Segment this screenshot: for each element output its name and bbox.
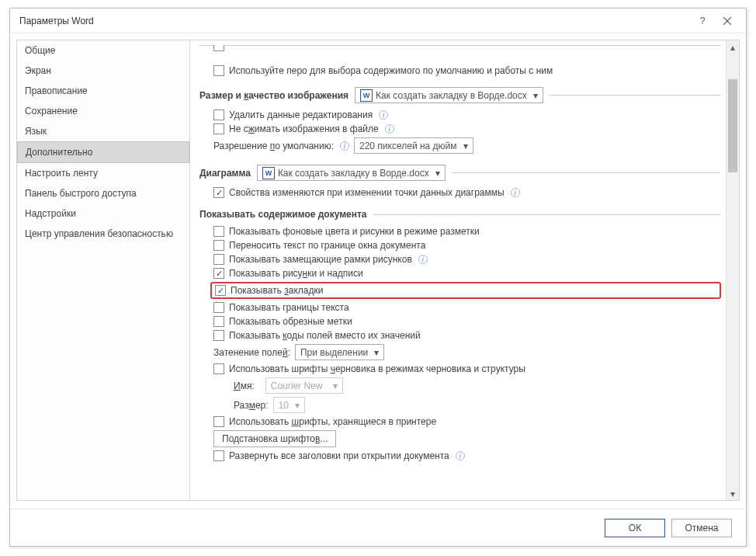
dropdown-image-doc-text: Как создать закладку в Ворде.docx bbox=[376, 90, 527, 101]
dropdown-field-shading[interactable]: При выделении ▾ bbox=[295, 344, 384, 360]
label-field-shading: Затенение полей: bbox=[213, 347, 290, 358]
dropdown-font-name: Courier New ▾ bbox=[265, 377, 343, 394]
dropdown-resolution[interactable]: 220 пикселей на дюйм ▾ bbox=[354, 137, 473, 154]
label-printer-fonts: Использовать шрифты, хранящиеся в принте… bbox=[229, 416, 436, 427]
row-field-shading: Затенение полей: При выделении ▾ bbox=[213, 344, 721, 360]
button-font-substitution[interactable]: Подстановка шрифтов... bbox=[213, 430, 336, 447]
section-title-chart: Диаграмма bbox=[199, 168, 251, 179]
scrollbar-vertical[interactable]: ▴ ▾ bbox=[726, 40, 739, 500]
info-icon[interactable] bbox=[418, 255, 428, 264]
section-doc-content: Показывать содержимое документа bbox=[199, 209, 721, 220]
checkbox-placeholders[interactable] bbox=[213, 254, 224, 265]
chevron-down-icon: ▾ bbox=[373, 347, 380, 358]
dropdown-font-name-text: Courier New bbox=[271, 381, 327, 391]
checkbox-drawings[interactable] bbox=[213, 268, 224, 279]
scroll-up-icon[interactable]: ▴ bbox=[727, 40, 739, 54]
row-crop-marks: Показывать обрезные метки bbox=[213, 316, 721, 327]
dropdown-field-shading-text: При выделении bbox=[300, 347, 368, 358]
dropdown-chart-doc[interactable]: Как создать закладку в Ворде.docx ▾ bbox=[257, 165, 446, 181]
checkbox-draft-font[interactable] bbox=[213, 363, 224, 374]
dropdown-image-doc[interactable]: Как создать закладку в Ворде.docx ▾ bbox=[355, 87, 543, 103]
ok-button[interactable]: ОК bbox=[605, 519, 665, 537]
label-field-codes: Показывать коды полей вместо их значений bbox=[229, 330, 421, 341]
sidebar-item-proofing[interactable]: Правописание bbox=[17, 81, 189, 101]
sidebar-item-display[interactable]: Экран bbox=[17, 61, 189, 81]
checkbox-no-compress[interactable] bbox=[213, 123, 224, 134]
row-font-size: Размер: 10 ▾ bbox=[234, 397, 721, 413]
info-icon[interactable] bbox=[340, 141, 349, 151]
info-icon[interactable] bbox=[379, 110, 388, 120]
checkbox-expand-headers[interactable] bbox=[213, 450, 224, 461]
dialog-footer: ОК Отмена bbox=[10, 509, 746, 546]
label-expand-headers: Развернуть все заголовки при открытии до… bbox=[229, 450, 449, 461]
dropdown-resolution-text: 220 пикселей на дюйм bbox=[359, 141, 457, 151]
word-options-dialog: Параметры Word ? Общие Экран Правописани… bbox=[9, 8, 747, 547]
checkbox-printer-fonts[interactable] bbox=[213, 416, 224, 427]
sidebar-item-customize-ribbon[interactable]: Настроить ленту bbox=[17, 163, 189, 183]
label-wrap-text: Переносить текст по границе окна докумен… bbox=[229, 240, 425, 251]
section-title-doc-content: Показывать содержимое документа bbox=[199, 209, 367, 220]
sidebar: Общие Экран Правописание Сохранение Язык… bbox=[16, 40, 190, 501]
row-wrap-text: Переносить текст по границе окна докумен… bbox=[213, 240, 721, 251]
row-text-borders: Показывать границы текста bbox=[213, 302, 721, 313]
sidebar-item-general[interactable]: Общие bbox=[17, 40, 189, 61]
scroll-thumb[interactable] bbox=[728, 79, 737, 172]
label-bookmarks: Показывать закладки bbox=[231, 285, 323, 296]
checkbox-wrap-text[interactable] bbox=[213, 240, 224, 251]
label-delete-edit-data: Удалить данные редактирования bbox=[229, 109, 373, 120]
checkbox-field-codes[interactable] bbox=[213, 330, 224, 341]
sidebar-item-addins[interactable]: Надстройки bbox=[17, 203, 189, 224]
row-no-compress: Не сжимать изображения в файле bbox=[213, 123, 721, 134]
help-button[interactable]: ? bbox=[690, 12, 715, 30]
label-drawings: Показывать рисунки и надписи bbox=[229, 268, 363, 279]
content-panel: Используйте перо для выбора содержимого … bbox=[190, 40, 726, 500]
row-resolution: Разрешение по умолчанию: 220 пикселей на… bbox=[213, 137, 721, 154]
label-font-name: Имя: bbox=[234, 381, 255, 391]
sidebar-item-language[interactable]: Язык bbox=[17, 121, 189, 141]
section-title-image: Размер и качество изображения bbox=[199, 90, 349, 101]
cancel-button[interactable]: Отмена bbox=[671, 519, 732, 537]
chevron-down-icon: ▾ bbox=[434, 168, 442, 179]
dropdown-font-size: 10 ▾ bbox=[273, 397, 305, 413]
label-crop-marks: Показывать обрезные метки bbox=[229, 316, 352, 327]
checkbox-bookmarks[interactable] bbox=[215, 285, 226, 296]
sidebar-item-advanced[interactable]: Дополнительно bbox=[17, 141, 189, 163]
chevron-down-icon: ▾ bbox=[293, 400, 301, 411]
section-chart: Диаграмма Как создать закладку в Ворде.d… bbox=[199, 165, 721, 181]
row-printer-fonts: Использовать шрифты, хранящиеся в принте… bbox=[213, 416, 721, 427]
dialog-body: Общие Экран Правописание Сохранение Язык… bbox=[10, 33, 746, 507]
sidebar-item-quick-access[interactable]: Панель быстрого доступа bbox=[17, 183, 189, 203]
dropdown-font-size-text: 10 bbox=[279, 400, 289, 411]
close-button[interactable] bbox=[715, 12, 740, 30]
row-expand-headers: Развернуть все заголовки при открытии до… bbox=[213, 450, 721, 461]
label-resolution: Разрешение по умолчанию: bbox=[213, 141, 334, 151]
row-delete-edit-data: Удалить данные редактирования bbox=[213, 109, 721, 120]
dialog-title: Параметры Word bbox=[19, 16, 690, 26]
label-draft-font: Использовать шрифты черновика в режимах … bbox=[229, 363, 525, 374]
sidebar-item-trust-center[interactable]: Центр управления безопасностью bbox=[17, 224, 189, 244]
scroll-down-icon[interactable]: ▾ bbox=[727, 487, 739, 500]
chevron-down-icon: ▾ bbox=[532, 90, 539, 101]
checkbox-pen-default[interactable] bbox=[213, 65, 224, 76]
label-text-borders: Показывать границы текста bbox=[229, 302, 349, 313]
partial-checkbox[interactable] bbox=[213, 45, 224, 51]
row-drawings: Показывать рисунки и надписи bbox=[213, 268, 721, 279]
label-bg-colors: Показывать фоновые цвета и рисунки в реж… bbox=[229, 226, 480, 237]
checkbox-bg-colors[interactable] bbox=[213, 226, 224, 237]
info-icon[interactable] bbox=[456, 451, 465, 460]
word-doc-icon bbox=[360, 89, 373, 102]
checkbox-text-borders[interactable] bbox=[213, 302, 224, 313]
row-placeholders: Показывать замещающие рамки рисунков bbox=[213, 254, 721, 265]
sidebar-item-save[interactable]: Сохранение bbox=[17, 101, 189, 121]
checkbox-crop-marks[interactable] bbox=[213, 316, 224, 327]
checkbox-delete-edit-data[interactable] bbox=[213, 109, 224, 120]
info-icon[interactable] bbox=[511, 188, 520, 197]
info-icon[interactable] bbox=[385, 124, 394, 134]
row-font-substitution: Подстановка шрифтов... bbox=[213, 430, 721, 447]
label-no-compress: Не сжимать изображения в файле bbox=[229, 123, 379, 134]
checkbox-chart-props[interactable] bbox=[213, 187, 224, 198]
row-bookmarks-highlighted: Показывать закладки bbox=[210, 282, 721, 299]
word-doc-icon bbox=[262, 167, 275, 179]
row-bg-colors: Показывать фоновые цвета и рисунки в реж… bbox=[213, 226, 721, 237]
label-pen-default: Используйте перо для выбора содержимого … bbox=[229, 65, 553, 76]
